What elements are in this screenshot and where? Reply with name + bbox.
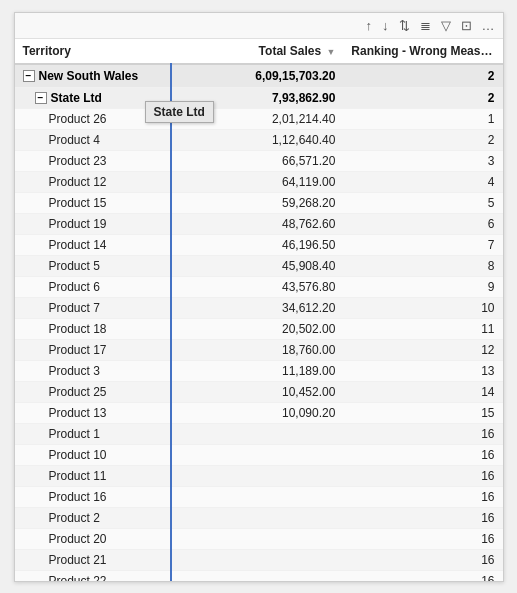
cell-rank: 2 [343,64,502,88]
cell-territory: Product 7 [15,297,179,318]
cell-rank: 4 [343,171,502,192]
more-icon[interactable]: … [480,17,497,34]
cell-sales: 48,762.60 [179,213,343,234]
cell-rank: 16 [343,570,502,581]
toolbar: ↑ ↓ ⇅ ≣ ▽ ⊡ … [15,13,503,39]
cell-rank: 13 [343,360,502,381]
cell-rank: 8 [343,255,502,276]
cell-rank: 6 [343,213,502,234]
cell-territory: Product 17 [15,339,179,360]
col-header-rank: Ranking - Wrong Measure [343,39,502,64]
cell-rank: 15 [343,402,502,423]
cell-territory: Product 13 [15,402,179,423]
cell-territory[interactable]: −State Ltd [15,87,179,108]
cell-rank: 5 [343,192,502,213]
expand-collapse-icon[interactable]: − [35,92,47,104]
cell-sales [179,423,343,444]
cell-rank: 16 [343,423,502,444]
cell-territory: Product 21 [15,549,179,570]
sort-asc-icon[interactable]: ↑ [364,17,375,34]
cell-territory: Product 16 [15,486,179,507]
cell-sales [179,465,343,486]
cell-sales: 45,908.40 [179,255,343,276]
cell-rank: 3 [343,150,502,171]
sort-desc-icon[interactable]: ↓ [380,17,391,34]
table-body: −New South Wales6,09,15,703.202−State Lt… [15,64,503,581]
table-row: Product 643,576.809 [15,276,503,297]
cell-sales [179,549,343,570]
cell-territory: Product 10 [15,444,179,465]
cell-sales: 34,612.20 [179,297,343,318]
table-row: Product 2016 [15,528,503,549]
expand-collapse-icon[interactable]: − [23,70,35,82]
expand-icon[interactable]: ⊡ [459,17,474,34]
cell-sales [179,486,343,507]
table-header-row: Territory Total Sales ▼ Ranking - Wrong … [15,39,503,64]
cell-territory: Product 23 [15,150,179,171]
cell-rank: 1 [343,108,502,129]
cell-rank: 9 [343,276,502,297]
table-row: Product 311,189.0013 [15,360,503,381]
cell-sales: 43,576.80 [179,276,343,297]
cell-sales: 6,09,15,703.20 [179,64,343,88]
table-row: Product 1310,090.2015 [15,402,503,423]
cell-rank: 16 [343,528,502,549]
cell-territory: Product 26 [15,108,179,129]
sort-indicator: ▼ [326,47,335,57]
cell-territory: Product 11 [15,465,179,486]
filter-icon[interactable]: ▽ [439,17,453,34]
table-row: Product 1446,196.507 [15,234,503,255]
cell-rank: 16 [343,549,502,570]
table-row: Product 1948,762.606 [15,213,503,234]
cell-rank: 16 [343,507,502,528]
sort-both-icon[interactable]: ⇅ [397,17,412,34]
cell-territory: Product 12 [15,171,179,192]
cell-territory[interactable]: −New South Wales [15,64,179,88]
cell-sales: 11,189.00 [179,360,343,381]
table-row: Product 1820,502.0011 [15,318,503,339]
cell-rank: 2 [343,87,502,108]
table-row: Product 2116 [15,549,503,570]
cell-sales [179,507,343,528]
cell-territory: Product 18 [15,318,179,339]
cell-sales: 20,502.00 [179,318,343,339]
data-table: Territory Total Sales ▼ Ranking - Wrong … [15,39,503,581]
table-row: Product 262,01,214.401 [15,108,503,129]
table-row: Product 2366,571.203 [15,150,503,171]
cell-rank: 16 [343,465,502,486]
cell-territory: Product 19 [15,213,179,234]
cell-sales [179,570,343,581]
table-row: −New South Wales6,09,15,703.202 [15,64,503,88]
cell-sales [179,528,343,549]
table-row: Product 2510,452.0014 [15,381,503,402]
cell-territory: Product 25 [15,381,179,402]
cell-rank: 11 [343,318,502,339]
cell-rank: 10 [343,297,502,318]
col-header-sales: Total Sales ▼ [179,39,343,64]
table-row: Product 116 [15,423,503,444]
cell-territory: Product 4 [15,129,179,150]
cell-sales: 10,090.20 [179,402,343,423]
cell-rank: 14 [343,381,502,402]
cell-rank: 2 [343,129,502,150]
cell-territory: Product 1 [15,423,179,444]
cell-rank: 12 [343,339,502,360]
table-wrapper[interactable]: Territory Total Sales ▼ Ranking - Wrong … [15,39,503,581]
cell-rank: 16 [343,444,502,465]
column-icon[interactable]: ≣ [418,17,433,34]
cell-sales [179,444,343,465]
table-row: Product 1016 [15,444,503,465]
table-row: Product 1559,268.205 [15,192,503,213]
cell-territory: Product 3 [15,360,179,381]
cell-sales: 64,119.00 [179,171,343,192]
table-row: Product 545,908.408 [15,255,503,276]
cell-sales: 7,93,862.90 [179,87,343,108]
col-header-territory: Territory [15,39,179,64]
cell-rank: 7 [343,234,502,255]
cell-territory: Product 14 [15,234,179,255]
main-container: ↑ ↓ ⇅ ≣ ▽ ⊡ … State Ltd Territory Total … [14,12,504,582]
table-row: Product 734,612.2010 [15,297,503,318]
table-row: Product 216 [15,507,503,528]
table-row: −State Ltd7,93,862.902 [15,87,503,108]
table-row: Product 1264,119.004 [15,171,503,192]
